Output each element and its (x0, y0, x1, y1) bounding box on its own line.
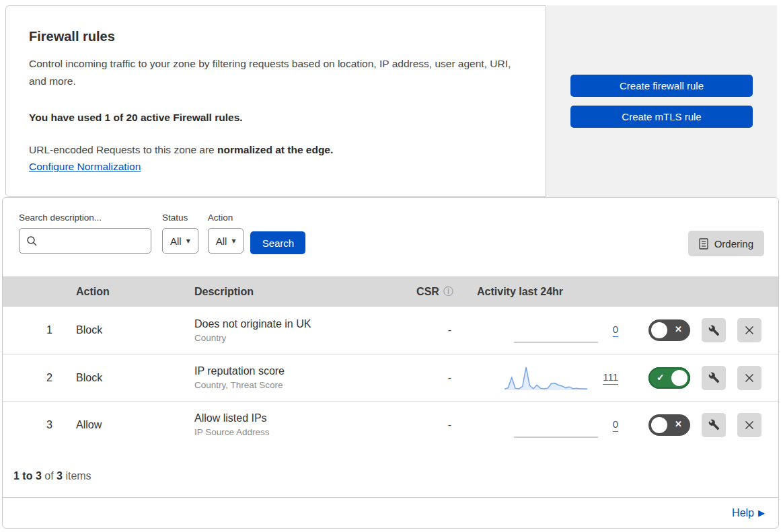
wrench-icon (708, 372, 720, 383)
search-label: Search description... (19, 213, 151, 223)
rule-action: Block (67, 372, 181, 384)
rule-description: IP reputation score (194, 365, 400, 377)
rule-activity-cell: 111 (470, 364, 628, 392)
rule-csr-value: - (400, 419, 470, 431)
rule-activity-cell: 0 (470, 411, 628, 439)
table-row: 1 Block Does not originate in UK Country… (3, 307, 778, 354)
rule-description-cell: IP reputation score Country, Threat Scor… (181, 365, 400, 390)
rule-fields: Country (194, 333, 400, 343)
action-dropdown-value: All (216, 235, 227, 247)
rule-priority: 1 (3, 324, 67, 336)
rule-enabled-toggle[interactable]: ✓ (648, 367, 690, 389)
column-header-csr: CSR ⓘ (416, 285, 453, 298)
csr-header-label: CSR (416, 286, 439, 298)
column-header-description: Description (181, 286, 400, 298)
rule-action: Allow (67, 419, 181, 431)
rule-description: Does not originate in UK (194, 318, 400, 330)
normalization-note: URL-encoded Requests to this zone are no… (29, 144, 519, 156)
action-label: Action (208, 213, 244, 223)
toggle-knob (671, 370, 687, 386)
delete-rule-button[interactable] (737, 366, 761, 390)
search-icon (26, 235, 38, 247)
page-title: Firewall rules (29, 29, 519, 44)
activity-count-link[interactable]: 111 (603, 371, 618, 385)
pagination-range: 1 to 3 (13, 470, 42, 482)
close-icon (743, 324, 755, 336)
create-mtls-rule-button[interactable]: Create mTLS rule (570, 106, 753, 128)
rule-description-cell: Does not originate in UK Country (181, 318, 400, 343)
intro-card: Firewall rules Control incoming traffic … (5, 5, 546, 197)
help-label: Help (732, 507, 754, 519)
toggle-x-icon: ✕ (675, 419, 682, 429)
rule-fields: Country, Threat Score (194, 380, 400, 390)
chevron-down-icon: ▾ (186, 237, 190, 245)
action-filter-group: Action All ▾ (208, 213, 244, 254)
activity-count-link[interactable]: 0 (613, 418, 618, 432)
create-firewall-rule-button[interactable]: Create firewall rule (570, 75, 753, 97)
rule-csr-value: - (400, 324, 470, 336)
status-label: Status (162, 213, 198, 223)
ordering-button[interactable]: Ordering (688, 231, 764, 256)
column-header-activity: Activity last 24hr (470, 286, 628, 298)
toggle-knob (651, 322, 667, 338)
rule-description-cell: Allow listed IPs IP Source Address (181, 412, 400, 437)
search-input[interactable] (43, 235, 144, 247)
status-dropdown-value: All (170, 235, 182, 247)
activity-sparkline (514, 411, 598, 439)
table-body: 1 Block Does not originate in UK Country… (3, 307, 778, 448)
rule-enabled-toggle[interactable]: ✕ (648, 414, 690, 436)
table-row: 3 Allow Allow listed IPs IP Source Addre… (3, 401, 778, 448)
help-bar: Help ▶ (3, 497, 778, 528)
rule-fields: IP Source Address (194, 427, 400, 437)
close-icon (743, 419, 755, 431)
rule-controls: ✓ (628, 366, 778, 390)
actions-panel: Create firewall rule Create mTLS rule (546, 5, 777, 197)
action-dropdown[interactable]: All ▾ (208, 228, 244, 254)
column-header-action: Action (67, 286, 181, 298)
search-group: Search description... (19, 213, 151, 254)
pagination-items: items (63, 470, 91, 482)
rule-description: Allow listed IPs (194, 412, 400, 424)
firewall-rules-panel: Search description... Status All ▾ Actio… (2, 197, 779, 529)
rule-csr-value: - (400, 372, 470, 384)
status-filter-group: Status All ▾ (162, 213, 198, 254)
ordering-button-label: Ordering (714, 238, 753, 250)
search-button[interactable]: Search (250, 231, 305, 254)
table-footer: 1 to 3 of 3 items (3, 448, 778, 497)
activity-sparkline (514, 316, 598, 344)
page-description: Control incoming traffic to your zone by… (29, 55, 519, 90)
delete-rule-button[interactable] (737, 413, 761, 437)
configure-normalization-link[interactable]: Configure Normalization (29, 161, 141, 173)
rule-enabled-toggle[interactable]: ✕ (648, 319, 690, 341)
chevron-down-icon: ▾ (231, 237, 235, 245)
activity-sparkline (504, 364, 588, 392)
arrow-right-icon: ▶ (758, 508, 765, 518)
table-header: Action Description CSR ⓘ Activity last 2… (3, 276, 778, 307)
help-link[interactable]: Help ▶ (732, 507, 765, 519)
toggle-knob (651, 417, 667, 433)
edit-rule-button[interactable] (702, 318, 726, 342)
activity-count-link[interactable]: 0 (613, 324, 618, 337)
status-dropdown[interactable]: All ▾ (162, 228, 198, 254)
normalization-bold-text: normalized at the edge. (217, 144, 333, 155)
edit-rule-button[interactable] (702, 366, 726, 390)
rule-priority: 2 (3, 372, 67, 384)
intro-section: Firewall rules Control incoming traffic … (5, 5, 777, 197)
filter-bar: Search description... Status All ▾ Actio… (3, 198, 778, 276)
pagination-of: of (42, 470, 57, 482)
rule-action: Block (67, 324, 181, 336)
edit-rule-button[interactable] (702, 413, 726, 437)
ordered-list-icon (699, 238, 708, 250)
rule-controls: ✕ (628, 413, 778, 437)
toggle-check-icon: ✓ (657, 372, 665, 383)
info-icon[interactable]: ⓘ (443, 285, 453, 298)
usage-summary: You have used 1 of 20 active Firewall ru… (29, 112, 519, 124)
close-icon (743, 372, 755, 384)
normalization-text: URL-encoded Requests to this zone are (29, 144, 217, 155)
wrench-icon (708, 419, 720, 430)
pagination-total: 3 (57, 470, 63, 482)
table-row: 2 Block IP reputation score Country, Thr… (3, 354, 778, 401)
rule-controls: ✕ (628, 318, 778, 342)
delete-rule-button[interactable] (737, 318, 761, 342)
wrench-icon (708, 325, 720, 336)
